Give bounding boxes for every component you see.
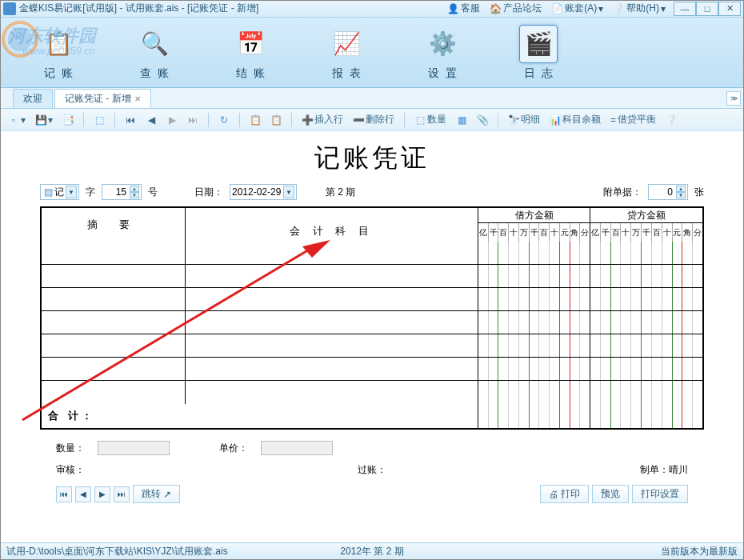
table-row[interactable] — [42, 265, 702, 288]
amount-cell[interactable] — [478, 358, 489, 380]
amount-cell[interactable] — [498, 381, 509, 404]
amount-cell[interactable] — [570, 334, 581, 357]
amount-cell[interactable] — [682, 358, 693, 380]
amount-cell[interactable] — [530, 242, 540, 264]
amount-cell[interactable] — [611, 311, 622, 334]
last-button[interactable]: ⏭ — [184, 113, 202, 127]
amount-cell[interactable] — [530, 334, 540, 357]
amount-cell[interactable] — [580, 381, 590, 404]
minimize-button[interactable]: — — [674, 2, 696, 16]
subject-cell[interactable] — [186, 358, 478, 380]
amount-cell[interactable] — [509, 358, 519, 380]
amount-cell[interactable] — [662, 334, 673, 357]
first-button[interactable]: ⏮ — [122, 113, 139, 127]
amount-cell[interactable] — [560, 404, 570, 428]
voucher-table[interactable]: 摘 要 会 计 科 目 借方金额 亿千百十万千百十元角分 贷方金额 亿千百十万千… — [40, 206, 704, 430]
amount-cell[interactable] — [642, 288, 652, 310]
customer-service-link[interactable]: 👤客服 — [447, 2, 480, 15]
summary-cell[interactable] — [42, 288, 186, 310]
multi-button[interactable]: ⬚ — [90, 113, 108, 127]
subject-cell[interactable] — [186, 265, 478, 287]
amount-cell[interactable] — [673, 311, 683, 334]
amount-cell[interactable] — [489, 404, 499, 428]
next-button[interactable]: ▶ — [163, 113, 181, 127]
amount-cell[interactable] — [621, 358, 631, 380]
paste1-button[interactable]: 📋 — [246, 113, 264, 127]
paste2-button[interactable]: 📋 — [267, 113, 285, 127]
preview-button[interactable]: 预览 — [592, 485, 629, 503]
amount-cell[interactable] — [530, 265, 540, 287]
amount-cell[interactable] — [560, 265, 570, 287]
tab-dropdown[interactable]: ≫ — [726, 91, 741, 106]
amount-cell[interactable] — [539, 358, 550, 380]
amount-cell[interactable] — [560, 242, 570, 264]
amount-cell[interactable] — [489, 311, 499, 334]
amount-cell[interactable] — [509, 334, 519, 357]
amount-cell[interactable] — [631, 404, 642, 428]
equilibrium-button[interactable]: =借贷平衡 — [607, 111, 659, 128]
ribbon-rizhi[interactable]: 🎬日志 — [510, 25, 566, 81]
table-row[interactable] — [42, 242, 702, 265]
amount-cell[interactable] — [580, 334, 590, 357]
amount-cell[interactable] — [601, 242, 611, 264]
table-row[interactable] — [42, 358, 702, 381]
ribbon-baobiao[interactable]: 📈报表 — [318, 25, 374, 81]
table-row[interactable] — [42, 381, 702, 404]
amount-cell[interactable] — [631, 288, 642, 310]
subject-cell[interactable] — [186, 311, 478, 334]
copy-button[interactable]: 📑 — [59, 113, 77, 127]
amount-cell[interactable] — [631, 358, 642, 380]
amount-cell[interactable] — [560, 381, 570, 404]
amount-cell[interactable] — [539, 311, 550, 334]
amount-cell[interactable] — [621, 265, 631, 287]
amount-cell[interactable] — [642, 242, 652, 264]
amount-cell[interactable] — [519, 311, 530, 334]
amount-cell[interactable] — [662, 358, 673, 380]
attach-count-input[interactable]: 0 ▲▼ — [648, 184, 688, 200]
amount-cell[interactable] — [590, 404, 601, 428]
amount-cell[interactable] — [682, 242, 693, 264]
amount-cell[interactable] — [519, 288, 530, 310]
date-input[interactable]: 2012-02-29 ▼ — [230, 184, 297, 200]
amount-cell[interactable] — [570, 288, 581, 310]
amount-cell[interactable] — [652, 404, 662, 428]
amount-cell[interactable] — [509, 265, 519, 287]
ribbon-shezhi[interactable]: ⚙️设置 — [414, 25, 470, 81]
tab-voucher-new[interactable]: 记账凭证 - 新增✕ — [54, 89, 151, 108]
amount-cell[interactable] — [642, 404, 652, 428]
table-row[interactable] — [42, 288, 702, 311]
summary-cell[interactable] — [42, 358, 186, 380]
amount-cell[interactable] — [580, 265, 590, 287]
amount-cell[interactable] — [693, 358, 702, 380]
amount-cell[interactable] — [611, 358, 622, 380]
amount-cell[interactable] — [580, 404, 590, 428]
amount-cell[interactable] — [621, 288, 631, 310]
help-menu[interactable]: ❔帮助(H) ▾ — [613, 2, 666, 15]
calendar-dropdown-icon[interactable]: ▼ — [283, 186, 294, 198]
price-input[interactable] — [261, 441, 333, 455]
amount-cell[interactable] — [673, 265, 683, 287]
amount-cell[interactable] — [601, 334, 611, 357]
amount-cell[interactable] — [560, 311, 570, 334]
amount-cell[interactable] — [530, 311, 540, 334]
amount-cell[interactable] — [693, 242, 702, 264]
summary-cell[interactable] — [42, 265, 186, 287]
pager-first-button[interactable]: ⏮ — [56, 486, 72, 502]
amount-cell[interactable] — [530, 288, 540, 310]
insert-row-button[interactable]: ➕插入行 — [298, 111, 346, 128]
delete-row-button[interactable]: ➖删除行 — [350, 111, 398, 128]
amount-cell[interactable] — [693, 265, 702, 287]
amount-cell[interactable] — [693, 404, 702, 428]
amount-cell[interactable] — [539, 288, 550, 310]
amount-cell[interactable] — [601, 311, 611, 334]
spin-up-icon[interactable]: ▲ — [130, 186, 139, 192]
amount-cell[interactable] — [652, 242, 662, 264]
help-button[interactable]: ❔ — [662, 113, 680, 127]
amount-cell[interactable] — [570, 311, 581, 334]
amount-cell[interactable] — [478, 288, 489, 310]
amount-cell[interactable] — [682, 288, 693, 310]
amount-cell[interactable] — [560, 288, 570, 310]
amount-cell[interactable] — [530, 404, 540, 428]
amount-cell[interactable] — [682, 381, 693, 404]
table-row[interactable] — [42, 311, 702, 334]
